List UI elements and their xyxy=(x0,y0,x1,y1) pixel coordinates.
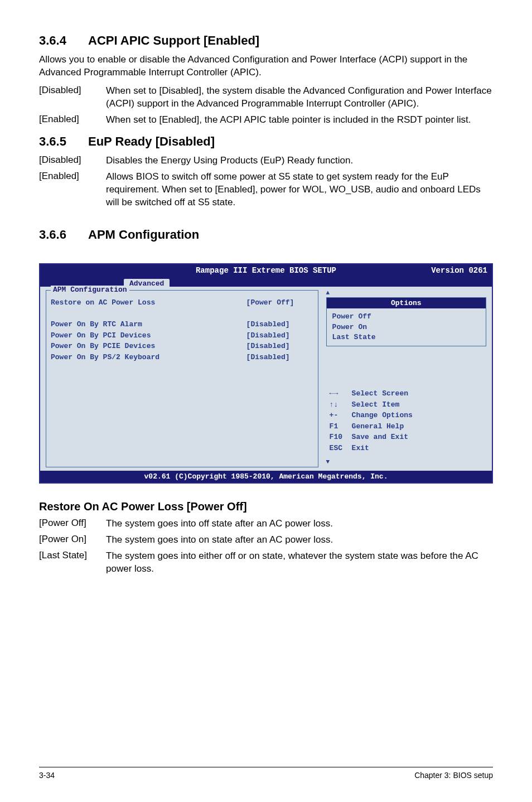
bios-setting-value: [Disabled] xyxy=(246,341,313,352)
help-text: Select Screen xyxy=(352,388,408,399)
bios-setting-label: Power On By RTC Alarm xyxy=(51,319,246,330)
def-row: [Power On] The system goes into on state… xyxy=(39,534,493,547)
bios-option[interactable]: Power Off xyxy=(332,312,480,322)
help-text: Save and Exit xyxy=(352,432,408,443)
bios-setting-value: [Disabled] xyxy=(246,352,313,363)
def-desc: When set to [Enabled], the ACPI APIC tab… xyxy=(106,114,493,127)
def-desc: The system goes into on state after an A… xyxy=(106,534,493,547)
def-desc: When set to [Disabled], the system disab… xyxy=(106,85,493,110)
section-366-header: 3.6.6 APM Configuration xyxy=(39,228,493,242)
section-title: ACPI APIC Support [Enabled] xyxy=(88,33,259,48)
bios-setting-label: Restore on AC Power Loss xyxy=(51,297,246,308)
def-term: [Power Off] xyxy=(39,518,106,530)
help-key: F10 xyxy=(330,432,352,443)
bios-setting-label: Power On By PS/2 Keyboard xyxy=(51,352,246,363)
bios-help-row: F10Save and Exit xyxy=(330,432,485,443)
bios-options-header: Options xyxy=(327,298,486,308)
bios-header-title: Rampage III Extreme BIOS SETUP xyxy=(40,266,492,275)
bios-help-row: F1General Help xyxy=(330,421,485,432)
help-text: Exit xyxy=(352,443,369,454)
bios-settings-box: APM Configuration Restore on AC Power Lo… xyxy=(46,290,318,467)
bios-help-row: ↑↓Select Item xyxy=(330,399,485,410)
bios-option[interactable]: Power On xyxy=(332,322,480,332)
bios-settings-title: APM Configuration xyxy=(51,286,129,294)
bios-screen: Rampage III Extreme BIOS SETUP Version 0… xyxy=(39,263,493,484)
bios-setting-row[interactable]: Power On By PCIE Devices [Disabled] xyxy=(51,341,313,352)
help-key: ESC xyxy=(330,443,352,454)
bios-setting-row-spacer xyxy=(51,308,313,320)
def-desc: The system goes into off state after an … xyxy=(106,518,493,530)
scroll-down-icon[interactable]: ▼ xyxy=(326,459,486,465)
bios-help-row: ESCExit xyxy=(330,443,485,454)
help-key: ←→ xyxy=(330,388,352,399)
section-number: 3.6.5 xyxy=(39,134,88,149)
page-footer: 3-34 Chapter 3: BIOS setup xyxy=(39,767,493,780)
def-row: [Power Off] The system goes into off sta… xyxy=(39,518,493,530)
def-term: [Power On] xyxy=(39,534,106,547)
bios-setting-label: Power On By PCI Devices xyxy=(51,330,246,341)
def-term: [Disabled] xyxy=(39,154,106,167)
def-term: [Last State] xyxy=(39,550,106,576)
restore-heading: Restore On AC Power Loss [Power Off] xyxy=(39,500,493,513)
def-term: [Enabled] xyxy=(39,171,106,209)
bios-options-box: Options Power Off Power On Last State xyxy=(326,297,486,346)
bios-right-pane: ▲ Options Power Off Power On Last State … xyxy=(324,287,492,471)
help-key: ↑↓ xyxy=(330,399,352,410)
bios-options-body: Power Off Power On Last State xyxy=(327,308,486,346)
section-number: 3.6.6 xyxy=(39,228,88,242)
bios-setting-row[interactable]: Restore on AC Power Loss [Power Off] xyxy=(51,297,313,308)
section-title: EuP Ready [Disabled] xyxy=(88,134,215,149)
bios-setting-row[interactable]: Power On By PCI Devices [Disabled] xyxy=(51,330,313,341)
bios-header: Rampage III Extreme BIOS SETUP Version 0… xyxy=(40,264,492,277)
bios-setting-value: [Power Off] xyxy=(246,297,313,308)
bios-setting-row[interactable]: Power On By PS/2 Keyboard [Disabled] xyxy=(51,352,313,363)
def-desc: Disables the Energy Using Products (EuP)… xyxy=(106,154,493,167)
def-row: [Disabled] When set to [Disabled], the s… xyxy=(39,85,493,110)
bios-help-row: ←→Select Screen xyxy=(330,388,485,399)
def-desc: Allows BIOS to switch off some power at … xyxy=(106,171,493,209)
bios-setting-value: [Disabled] xyxy=(246,319,313,330)
def-term: [Enabled] xyxy=(39,114,106,127)
def-desc: The system goes into either off or on st… xyxy=(106,550,493,576)
bios-help-row: +-Change Options xyxy=(330,410,485,421)
section-number: 3.6.4 xyxy=(39,33,88,48)
bios-option[interactable]: Last State xyxy=(332,332,480,342)
section-title: APM Configuration xyxy=(88,228,199,242)
page-number: 3-34 xyxy=(39,771,55,780)
help-text: Select Item xyxy=(352,399,400,410)
def-row: [Last State] The system goes into either… xyxy=(39,550,493,576)
page: 3.6.4 ACPI APIC Support [Enabled] Allows… xyxy=(0,0,532,802)
bios-footer: v02.61 (C)Copyright 1985-2010, American … xyxy=(40,471,492,482)
def-row: [Disabled] Disables the Energy Using Pro… xyxy=(39,154,493,167)
chapter-label: Chapter 3: BIOS setup xyxy=(414,771,493,780)
section-364-intro: Allows you to enable or disable the Adva… xyxy=(39,54,493,79)
help-text: Change Options xyxy=(352,410,413,421)
section-365-header: 3.6.5 EuP Ready [Disabled] xyxy=(39,134,493,149)
help-text: General Help xyxy=(352,421,404,432)
bios-setting-row[interactable]: Power On By RTC Alarm [Disabled] xyxy=(51,319,313,330)
help-key: +- xyxy=(330,410,352,421)
def-row: [Enabled] When set to [Enabled], the ACP… xyxy=(39,114,493,127)
scroll-up-icon[interactable]: ▲ xyxy=(326,290,486,296)
help-key: F1 xyxy=(330,421,352,432)
bios-header-version: Version 0261 xyxy=(431,266,487,275)
bios-setting-label: Power On By PCIE Devices xyxy=(51,341,246,352)
section-364-header: 3.6.4 ACPI APIC Support [Enabled] xyxy=(39,33,493,48)
bios-body: APM Configuration Restore on AC Power Lo… xyxy=(40,287,492,471)
bios-setting-value: [Disabled] xyxy=(246,330,313,341)
def-row: [Enabled] Allows BIOS to switch off some… xyxy=(39,171,493,209)
bios-help: ←→Select Screen ↑↓Select Item +-Change O… xyxy=(326,388,486,459)
bios-left-pane: APM Configuration Restore on AC Power Lo… xyxy=(40,287,324,471)
def-term: [Disabled] xyxy=(39,85,106,110)
